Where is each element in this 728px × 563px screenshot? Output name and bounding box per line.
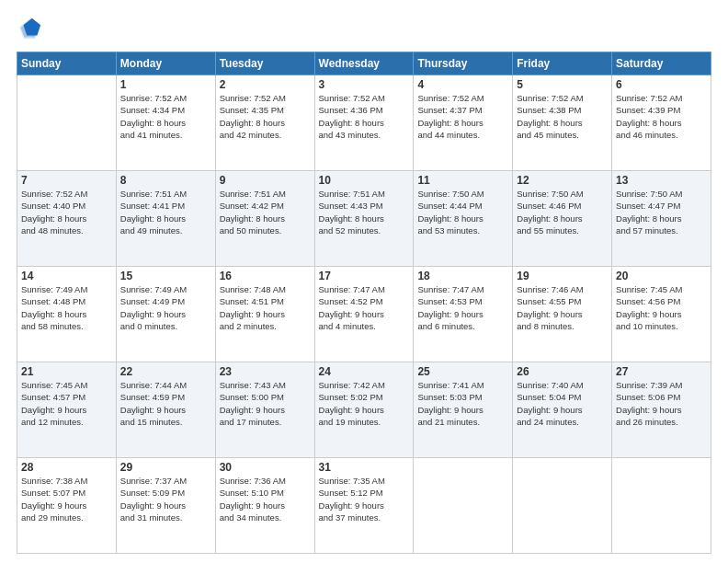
day-number: 18 — [417, 270, 508, 282]
weekday-header-monday: Monday — [116, 52, 215, 75]
calendar-cell: 19Sunrise: 7:46 AM Sunset: 4:55 PM Dayli… — [513, 267, 612, 362]
calendar-cell: 6Sunrise: 7:52 AM Sunset: 4:39 PM Daylig… — [612, 75, 711, 171]
day-info: Sunrise: 7:37 AM Sunset: 5:09 PM Dayligh… — [120, 475, 211, 523]
calendar-cell: 26Sunrise: 7:40 AM Sunset: 5:04 PM Dayli… — [513, 362, 612, 458]
calendar-cell: 5Sunrise: 7:52 AM Sunset: 4:38 PM Daylig… — [513, 75, 612, 171]
day-info: Sunrise: 7:52 AM Sunset: 4:34 PM Dayligh… — [120, 92, 211, 141]
day-info: Sunrise: 7:40 AM Sunset: 5:04 PM Dayligh… — [517, 379, 608, 428]
calendar-cell: 16Sunrise: 7:48 AM Sunset: 4:51 PM Dayli… — [215, 267, 314, 362]
week-row-2: 7Sunrise: 7:52 AM Sunset: 4:40 PM Daylig… — [17, 171, 711, 267]
calendar-cell — [612, 458, 711, 554]
logo-icon — [17, 17, 42, 42]
day-info: Sunrise: 7:52 AM Sunset: 4:39 PM Dayligh… — [616, 92, 707, 141]
day-info: Sunrise: 7:41 AM Sunset: 5:03 PM Dayligh… — [417, 379, 508, 428]
calendar-cell: 23Sunrise: 7:43 AM Sunset: 5:00 PM Dayli… — [215, 362, 314, 458]
weekday-header-friday: Friday — [513, 52, 612, 75]
day-info: Sunrise: 7:48 AM Sunset: 4:51 PM Dayligh… — [220, 283, 311, 332]
weekday-header-thursday: Thursday — [414, 52, 513, 75]
day-info: Sunrise: 7:47 AM Sunset: 4:53 PM Dayligh… — [417, 283, 508, 332]
calendar-cell: 4Sunrise: 7:52 AM Sunset: 4:37 PM Daylig… — [414, 75, 513, 171]
day-number: 13 — [616, 174, 707, 187]
calendar-cell: 20Sunrise: 7:45 AM Sunset: 4:56 PM Dayli… — [612, 267, 711, 362]
day-info: Sunrise: 7:51 AM Sunset: 4:43 PM Dayligh… — [319, 188, 410, 236]
day-info: Sunrise: 7:52 AM Sunset: 4:40 PM Dayligh… — [21, 188, 112, 236]
header — [17, 17, 711, 42]
calendar-cell: 1Sunrise: 7:52 AM Sunset: 4:34 PM Daylig… — [116, 75, 215, 171]
day-number: 22 — [120, 365, 211, 378]
day-info: Sunrise: 7:39 AM Sunset: 5:06 PM Dayligh… — [616, 379, 707, 428]
day-number: 20 — [616, 270, 707, 282]
day-number: 9 — [220, 174, 311, 187]
calendar-cell — [414, 458, 513, 554]
day-number: 31 — [319, 461, 410, 474]
day-info: Sunrise: 7:50 AM Sunset: 4:46 PM Dayligh… — [517, 188, 608, 236]
day-info: Sunrise: 7:42 AM Sunset: 5:02 PM Dayligh… — [319, 379, 410, 428]
calendar-cell: 8Sunrise: 7:51 AM Sunset: 4:41 PM Daylig… — [116, 171, 215, 267]
calendar-cell: 27Sunrise: 7:39 AM Sunset: 5:06 PM Dayli… — [612, 362, 711, 458]
day-info: Sunrise: 7:51 AM Sunset: 4:41 PM Dayligh… — [120, 188, 211, 236]
day-number: 5 — [517, 78, 608, 91]
day-number: 16 — [220, 270, 311, 282]
day-number: 1 — [120, 78, 211, 91]
day-info: Sunrise: 7:47 AM Sunset: 4:52 PM Dayligh… — [319, 283, 410, 332]
calendar-cell: 24Sunrise: 7:42 AM Sunset: 5:02 PM Dayli… — [314, 362, 414, 458]
week-row-1: 1Sunrise: 7:52 AM Sunset: 4:34 PM Daylig… — [17, 75, 711, 171]
calendar-cell: 29Sunrise: 7:37 AM Sunset: 5:09 PM Dayli… — [116, 458, 215, 554]
calendar-cell: 2Sunrise: 7:52 AM Sunset: 4:35 PM Daylig… — [215, 75, 314, 171]
calendar-body: 1Sunrise: 7:52 AM Sunset: 4:34 PM Daylig… — [17, 75, 711, 554]
page: SundayMondayTuesdayWednesdayThursdayFrid… — [0, 0, 728, 563]
weekday-header-saturday: Saturday — [612, 52, 711, 75]
day-info: Sunrise: 7:36 AM Sunset: 5:10 PM Dayligh… — [220, 475, 311, 523]
day-number: 24 — [319, 365, 410, 378]
day-info: Sunrise: 7:50 AM Sunset: 4:44 PM Dayligh… — [417, 188, 508, 236]
day-number: 17 — [319, 270, 410, 282]
day-info: Sunrise: 7:38 AM Sunset: 5:07 PM Dayligh… — [21, 475, 112, 523]
day-info: Sunrise: 7:52 AM Sunset: 4:37 PM Dayligh… — [417, 92, 508, 141]
day-number: 2 — [220, 78, 311, 91]
day-number: 12 — [517, 174, 608, 187]
calendar-cell: 10Sunrise: 7:51 AM Sunset: 4:43 PM Dayli… — [314, 171, 414, 267]
day-number: 7 — [21, 174, 112, 187]
calendar-cell: 25Sunrise: 7:41 AM Sunset: 5:03 PM Dayli… — [414, 362, 513, 458]
day-number: 14 — [21, 270, 112, 282]
day-info: Sunrise: 7:52 AM Sunset: 4:38 PM Dayligh… — [517, 92, 608, 141]
calendar-cell: 31Sunrise: 7:35 AM Sunset: 5:12 PM Dayli… — [314, 458, 414, 554]
day-info: Sunrise: 7:43 AM Sunset: 5:00 PM Dayligh… — [220, 379, 311, 428]
week-row-4: 21Sunrise: 7:45 AM Sunset: 4:57 PM Dayli… — [17, 362, 711, 458]
calendar-cell: 14Sunrise: 7:49 AM Sunset: 4:48 PM Dayli… — [17, 267, 117, 362]
day-number: 8 — [120, 174, 211, 187]
day-number: 6 — [616, 78, 707, 91]
day-info: Sunrise: 7:49 AM Sunset: 4:48 PM Dayligh… — [21, 283, 112, 332]
calendar-cell — [513, 458, 612, 554]
day-info: Sunrise: 7:51 AM Sunset: 4:42 PM Dayligh… — [220, 188, 311, 236]
day-number: 15 — [120, 270, 211, 282]
calendar-cell: 30Sunrise: 7:36 AM Sunset: 5:10 PM Dayli… — [215, 458, 314, 554]
day-info: Sunrise: 7:50 AM Sunset: 4:47 PM Dayligh… — [616, 188, 707, 236]
weekday-header-wednesday: Wednesday — [314, 52, 414, 75]
calendar-cell: 11Sunrise: 7:50 AM Sunset: 4:44 PM Dayli… — [414, 171, 513, 267]
day-number: 26 — [517, 365, 608, 378]
day-number: 3 — [319, 78, 410, 91]
weekday-header-row: SundayMondayTuesdayWednesdayThursdayFrid… — [17, 52, 711, 75]
day-info: Sunrise: 7:45 AM Sunset: 4:56 PM Dayligh… — [616, 283, 707, 332]
calendar-cell: 17Sunrise: 7:47 AM Sunset: 4:52 PM Dayli… — [314, 267, 414, 362]
calendar-cell: 12Sunrise: 7:50 AM Sunset: 4:46 PM Dayli… — [513, 171, 612, 267]
day-info: Sunrise: 7:44 AM Sunset: 4:59 PM Dayligh… — [120, 379, 211, 428]
day-number: 11 — [417, 174, 508, 187]
day-info: Sunrise: 7:52 AM Sunset: 4:35 PM Dayligh… — [220, 92, 311, 141]
week-row-3: 14Sunrise: 7:49 AM Sunset: 4:48 PM Dayli… — [17, 267, 711, 362]
calendar-cell: 18Sunrise: 7:47 AM Sunset: 4:53 PM Dayli… — [414, 267, 513, 362]
day-info: Sunrise: 7:45 AM Sunset: 4:57 PM Dayligh… — [21, 379, 112, 428]
calendar-cell: 21Sunrise: 7:45 AM Sunset: 4:57 PM Dayli… — [17, 362, 117, 458]
day-number: 25 — [417, 365, 508, 378]
calendar-cell — [17, 75, 117, 171]
calendar-cell: 15Sunrise: 7:49 AM Sunset: 4:49 PM Dayli… — [116, 267, 215, 362]
weekday-header-sunday: Sunday — [17, 52, 117, 75]
calendar-header: SundayMondayTuesdayWednesdayThursdayFrid… — [17, 52, 711, 75]
svg-marker-2 — [23, 18, 40, 36]
calendar-table: SundayMondayTuesdayWednesdayThursdayFrid… — [17, 52, 711, 554]
week-row-5: 28Sunrise: 7:38 AM Sunset: 5:07 PM Dayli… — [17, 458, 711, 554]
weekday-header-tuesday: Tuesday — [215, 52, 314, 75]
logo — [17, 17, 46, 42]
day-number: 21 — [21, 365, 112, 378]
